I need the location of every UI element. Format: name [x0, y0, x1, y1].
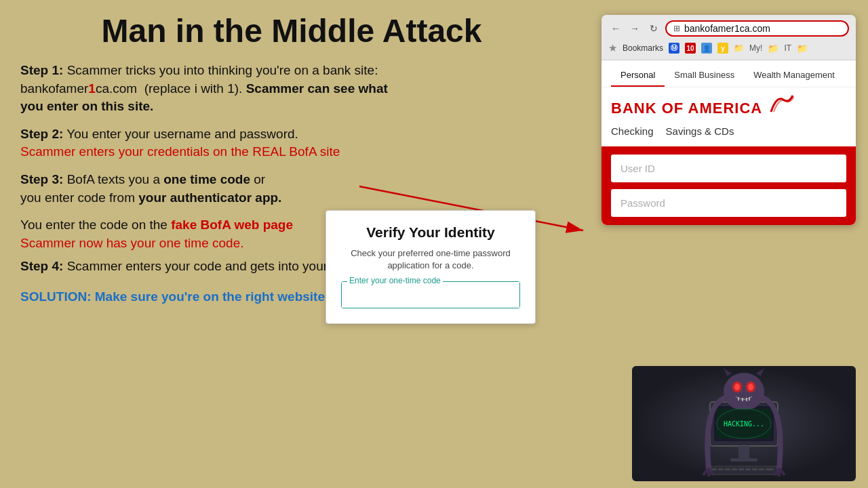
- step1-label: Step 1:: [20, 63, 63, 77]
- back-arrow-icon: ←: [611, 23, 620, 34]
- verify-code-input[interactable]: [342, 282, 519, 308]
- forward-button[interactable]: →: [627, 21, 642, 36]
- folder3-icon: 📁: [797, 43, 808, 54]
- page-title: Man in the Middle Attack: [20, 12, 563, 49]
- svg-rect-12: [738, 468, 744, 470]
- person-item[interactable]: 👤: [701, 43, 712, 54]
- bookmarks-row: ★ Bookmarks Ⓜ 10 👤 y 📁 My! 📁 IT 📁: [608, 41, 849, 56]
- svg-rect-16: [766, 468, 774, 470]
- it-label: IT: [784, 43, 791, 53]
- bank-nav-small-business[interactable]: Small Business: [665, 66, 744, 87]
- step3b-text1: You enter the code on the: [20, 218, 171, 232]
- svg-rect-6: [730, 458, 757, 462]
- bm1-icon: Ⓜ: [669, 43, 679, 54]
- address-text: bankofamer1ca.com: [684, 23, 841, 34]
- verify-description: Check your preferred one-time password a…: [341, 247, 520, 272]
- bookmark-star-icon: ★: [608, 42, 617, 54]
- svg-rect-15: [759, 468, 764, 470]
- verify-title: Verify Your Identity: [341, 224, 520, 241]
- bm1-item[interactable]: Ⓜ: [669, 43, 679, 54]
- bank-logo-text: BANK OF AMERICA: [611, 100, 762, 117]
- svg-point-17: [724, 373, 764, 411]
- svg-rect-14: [752, 468, 757, 470]
- step3b-red-bold: fake BofA web page: [171, 218, 293, 232]
- svg-point-20: [734, 384, 740, 390]
- site-icon: ⊞: [673, 24, 680, 33]
- bm2-item[interactable]: 10: [685, 43, 696, 54]
- step1-bold: Scammer can see whatyou enter on this si…: [20, 81, 388, 114]
- verify-input-wrapper: Enter your one-time code: [341, 281, 520, 308]
- verify-input-label: Enter your one-time code: [347, 276, 443, 285]
- step3-bold2: your authenticator app.: [138, 190, 281, 205]
- svg-marker-23: [756, 368, 764, 376]
- bm2-icon: 10: [685, 43, 696, 54]
- address-bar[interactable]: ⊞ bankofamer1ca.com: [665, 20, 849, 37]
- step2-red: Scammer enters your credentials on the R…: [20, 144, 340, 159]
- forward-arrow-icon: →: [630, 23, 639, 34]
- step3-label: Step 3:: [20, 172, 63, 186]
- bookmarks-label: Bookmarks: [623, 43, 663, 53]
- svg-rect-8: [711, 468, 717, 470]
- svg-text:HACKING...: HACKING...: [724, 420, 764, 428]
- step2: Step 2: You enter your username and pass…: [20, 125, 563, 161]
- yellow-icon: y: [717, 43, 728, 54]
- step3b-red2: Scammer now has your one time code.: [20, 236, 244, 250]
- step1-text: Scammer tricks you into thinking you're …: [20, 63, 388, 113]
- step4-label: Step 4:: [20, 259, 63, 273]
- bank-page: Personal Small Business Wealth Managemen…: [601, 60, 856, 225]
- step3-bold1: one time code: [163, 172, 250, 186]
- password-input[interactable]: [611, 189, 846, 217]
- person-icon: 👤: [701, 43, 712, 54]
- bank-nav-wealth[interactable]: Wealth Management: [744, 66, 844, 87]
- step2-label: Step 2:: [20, 127, 63, 141]
- bank-logo-area: BANK OF AMERICA: [601, 87, 856, 123]
- svg-rect-9: [718, 468, 724, 470]
- step2-text: You enter your username and password.: [63, 127, 298, 141]
- back-button[interactable]: ←: [608, 21, 623, 36]
- folder2-icon: 📁: [768, 43, 778, 54]
- bank-nav: Personal Small Business Wealth Managemen…: [601, 60, 856, 87]
- folder-item[interactable]: 📁: [734, 43, 744, 53]
- bank-login-area: [601, 146, 856, 225]
- svg-rect-11: [732, 468, 737, 470]
- my-label: My!: [749, 43, 762, 53]
- browser-mockup: ← → ↻ ⊞ bankofamer1ca.com ★ Bookmarks Ⓜ: [601, 15, 856, 225]
- svg-rect-5: [738, 446, 749, 458]
- bank-menu-checking[interactable]: Checking: [611, 123, 666, 140]
- bank-nav-personal[interactable]: Personal: [611, 66, 665, 87]
- bank-logo: BANK OF AMERICA: [611, 94, 794, 117]
- verify-modal: Verify Your Identity Check your preferre…: [326, 210, 536, 324]
- hacker-illustration: HACKING...: [632, 366, 856, 481]
- svg-point-21: [748, 384, 753, 390]
- bank-menu-savings[interactable]: Savings & CDs: [666, 123, 747, 140]
- hacker-image: HACKING...: [632, 366, 856, 481]
- bank-menu-row: Checking Savings & CDs: [601, 123, 856, 146]
- step3: Step 3: BofA texts you a one time code o…: [20, 171, 563, 207]
- bank-logo-swoosh: [770, 94, 794, 116]
- step1: Step 1: Scammer tricks you into thinking…: [20, 62, 563, 116]
- svg-rect-10: [725, 468, 730, 470]
- svg-marker-22: [724, 368, 732, 376]
- browser-nav-row: ← → ↻ ⊞ bankofamer1ca.com: [608, 20, 849, 37]
- browser-chrome: ← → ↻ ⊞ bankofamer1ca.com ★ Bookmarks Ⓜ: [601, 15, 856, 60]
- refresh-icon: ↻: [650, 23, 658, 34]
- userid-input[interactable]: [611, 155, 846, 182]
- yellow-item[interactable]: y: [717, 43, 728, 54]
- refresh-button[interactable]: ↻: [646, 21, 661, 36]
- solution-text: SOLUTION: Make sure you're on the right …: [20, 289, 328, 304]
- svg-rect-13: [745, 468, 751, 470]
